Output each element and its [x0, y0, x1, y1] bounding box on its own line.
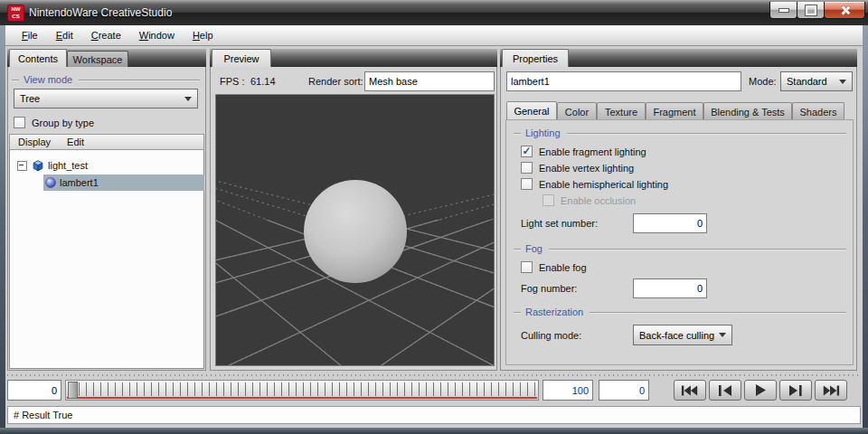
end-frame-field[interactable]: 100	[542, 380, 593, 401]
preview-sphere	[304, 180, 407, 283]
enable-fog-row[interactable]: Enable fog	[521, 261, 587, 273]
lighting-header: Lighting	[514, 127, 846, 138]
app-logo-icon: NW CS	[7, 5, 24, 22]
menu-create[interactable]: Create	[82, 27, 130, 43]
horizontal-splitter[interactable]	[7, 374, 861, 376]
step-forward-button[interactable]	[779, 380, 812, 401]
fog-number-label: Fog number:	[521, 283, 577, 294]
rasterization-header: Rasterization	[514, 307, 846, 317]
general-tab-page: Lighting Enable fragment lighting Enable…	[505, 119, 854, 365]
tree-root-label: light_test	[48, 160, 88, 171]
tab-shaders[interactable]: Shaders	[792, 102, 844, 120]
tab-fragment-label: Fragment	[653, 107, 695, 118]
tree-menu-display[interactable]: Display	[10, 135, 59, 149]
skip-to-start-button[interactable]	[674, 380, 706, 401]
loop-count-field[interactable]: 0	[599, 380, 649, 401]
group-by-type-label: Group by type	[32, 118, 94, 128]
render-sort-field[interactable]: Mesh base	[364, 71, 495, 91]
fog-header: Fog	[514, 243, 846, 254]
menu-help[interactable]: Help	[184, 27, 222, 43]
tab-color[interactable]: Color	[557, 102, 597, 120]
model-cube-icon	[32, 159, 44, 172]
window-frame-right	[863, 25, 868, 434]
fog-number-value: 0	[697, 283, 703, 294]
view-mode-select[interactable]: Tree	[14, 89, 198, 108]
light-set-number-value: 0	[697, 218, 703, 229]
enable-occlusion-label: Enable occlusion	[561, 195, 636, 206]
end-frame-value: 100	[572, 385, 589, 396]
skip-to-end-button[interactable]	[815, 380, 847, 401]
tab-blending-tests-label: Blending & Tests	[711, 107, 785, 118]
tree-row-lambert1[interactable]: lambert1	[43, 175, 204, 191]
restore-icon	[806, 5, 816, 15]
tab-fragment[interactable]: Fragment	[646, 102, 703, 120]
render-sort-value: Mesh base	[369, 76, 418, 87]
enable-fragment-lighting-checkbox[interactable]	[521, 146, 533, 157]
properties-panel: lambert1 Mode: Standard General Color Te…	[500, 67, 857, 371]
enable-vertex-lighting-checkbox[interactable]	[521, 162, 533, 174]
viewport-3d[interactable]	[215, 94, 495, 366]
menu-window[interactable]: Window	[130, 27, 184, 43]
restore-button[interactable]	[797, 2, 825, 19]
group-by-type-row[interactable]: Group by type	[14, 117, 94, 128]
tab-texture[interactable]: Texture	[597, 102, 646, 120]
tab-texture-label: Texture	[605, 107, 637, 118]
tree-menu-edit[interactable]: Edit	[59, 135, 92, 149]
chevron-down-icon	[719, 333, 726, 341]
step-back-button[interactable]	[709, 380, 741, 401]
tab-preview[interactable]: Preview	[212, 49, 271, 68]
current-frame-field[interactable]: 0	[7, 380, 61, 401]
close-button[interactable]	[824, 2, 865, 19]
tab-properties[interactable]: Properties	[502, 49, 569, 68]
enable-occlusion-checkbox	[542, 194, 554, 206]
status-text: # Result True	[14, 410, 72, 420]
rasterization-header-label: Rasterization	[525, 307, 583, 317]
window-frame-left	[0, 25, 5, 434]
menu-edit[interactable]: Edit	[47, 27, 82, 43]
enable-vertex-lighting-row[interactable]: Enable vertex lighting	[521, 162, 634, 174]
tab-color-label: Color	[565, 107, 589, 118]
play-icon	[754, 384, 767, 396]
enable-fog-checkbox[interactable]	[521, 261, 533, 273]
minimize-icon	[778, 8, 789, 13]
fog-number-field[interactable]: 0	[633, 278, 707, 298]
group-by-type-checkbox[interactable]	[14, 117, 25, 128]
scene-tree: light_test lambert1	[9, 150, 204, 369]
mode-label: Mode:	[749, 76, 777, 87]
tab-general[interactable]: General	[506, 101, 557, 120]
tree-row-light-test[interactable]: light_test	[17, 157, 88, 174]
tab-preview-label: Preview	[223, 53, 259, 64]
collapse-icon[interactable]	[17, 161, 27, 171]
app-window: NW CS NintendoWare CreativeStudio File E…	[0, 0, 868, 434]
minimize-button[interactable]	[769, 2, 797, 19]
slider-handle[interactable]	[68, 382, 78, 399]
chevron-down-icon	[839, 80, 846, 88]
tab-properties-label: Properties	[513, 53, 558, 64]
play-button[interactable]	[744, 380, 777, 401]
light-set-number-field[interactable]: 0	[633, 213, 707, 233]
culling-mode-label: Culling mode:	[521, 330, 581, 341]
enable-hemispherical-lighting-checkbox[interactable]	[521, 178, 533, 190]
title-bar: NW CS NintendoWare CreativeStudio	[0, 0, 868, 26]
skip-to-start-icon	[681, 385, 699, 396]
menu-file[interactable]: File	[13, 27, 47, 43]
culling-mode-select[interactable]: Back-face culling	[633, 325, 732, 345]
fps-value: 61.14	[250, 76, 276, 87]
material-name-field[interactable]: lambert1	[506, 71, 741, 91]
step-back-icon	[717, 385, 733, 396]
tab-workspace[interactable]: Workspace	[67, 51, 128, 68]
mode-select[interactable]: Standard	[780, 71, 853, 91]
enable-fragment-lighting-row[interactable]: Enable fragment lighting	[521, 146, 646, 157]
skip-to-end-icon	[822, 385, 840, 396]
culling-mode-value: Back-face culling	[639, 330, 714, 341]
enable-occlusion-row: Enable occlusion	[542, 194, 636, 206]
window-frame-bottom	[0, 428, 868, 434]
frame-slider[interactable]	[65, 380, 539, 401]
tab-blending-tests[interactable]: Blending & Tests	[703, 102, 792, 120]
app-logo-top: NW	[8, 5, 24, 13]
light-set-number-label: Light set number:	[521, 218, 598, 229]
enable-fog-label: Enable fog	[539, 262, 587, 273]
enable-hemispherical-lighting-row[interactable]: Enable hemispherical lighting	[521, 178, 668, 190]
tab-contents[interactable]: Contents	[9, 49, 67, 68]
lighting-header-label: Lighting	[525, 127, 561, 138]
